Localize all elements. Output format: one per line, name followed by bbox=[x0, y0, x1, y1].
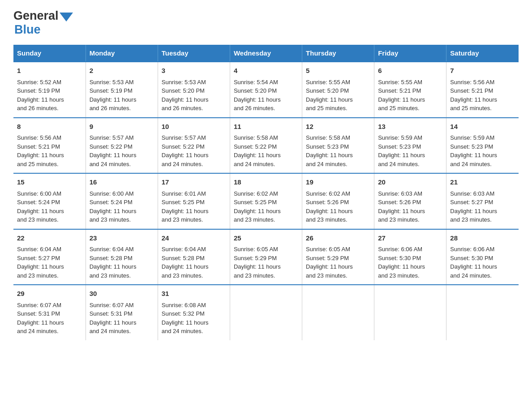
day-number: 8 bbox=[17, 122, 82, 132]
calendar-cell: 3Sunrise: 5:53 AMSunset: 5:20 PMDaylight… bbox=[158, 62, 230, 118]
daylight-text: Daylight: 11 hours bbox=[378, 152, 425, 158]
calendar-cell: 1Sunrise: 5:52 AMSunset: 5:19 PMDaylight… bbox=[13, 62, 86, 118]
calendar-cell bbox=[374, 285, 446, 340]
daylight-minutes: and 23 minutes. bbox=[234, 272, 275, 279]
daylight-text: Daylight: 11 hours bbox=[378, 208, 425, 214]
calendar-cell: 15Sunrise: 6:00 AMSunset: 5:24 PMDayligh… bbox=[13, 173, 86, 229]
sunrise-text: Sunrise: 5:58 AM bbox=[306, 134, 350, 141]
weekday-header-saturday: Saturday bbox=[446, 45, 519, 62]
calendar-cell: 31Sunrise: 6:08 AMSunset: 5:32 PMDayligh… bbox=[158, 285, 230, 340]
daylight-text: Daylight: 11 hours bbox=[378, 96, 425, 103]
day-number: 20 bbox=[378, 177, 442, 188]
daylight-text: Daylight: 11 hours bbox=[17, 96, 64, 103]
sunset-text: Sunset: 5:21 PM bbox=[17, 143, 60, 150]
daylight-text: Daylight: 11 hours bbox=[306, 96, 353, 103]
weekday-header-wednesday: Wednesday bbox=[230, 45, 302, 62]
sunset-text: Sunset: 5:30 PM bbox=[378, 255, 421, 261]
daylight-minutes: and 23 minutes. bbox=[378, 272, 420, 279]
daylight-text: Daylight: 11 hours bbox=[17, 152, 64, 158]
day-number: 30 bbox=[90, 289, 154, 299]
daylight-text: Daylight: 11 hours bbox=[17, 208, 64, 214]
calendar-cell: 23Sunrise: 6:04 AMSunset: 5:28 PMDayligh… bbox=[86, 229, 158, 285]
sunset-text: Sunset: 5:29 PM bbox=[306, 255, 349, 261]
daylight-minutes: and 23 minutes. bbox=[17, 216, 59, 223]
daylight-minutes: and 24 minutes. bbox=[90, 328, 131, 334]
sunrise-text: Sunrise: 6:07 AM bbox=[17, 302, 61, 308]
calendar-cell: 9Sunrise: 5:57 AMSunset: 5:22 PMDaylight… bbox=[86, 118, 158, 174]
daylight-minutes: and 23 minutes. bbox=[306, 216, 348, 223]
sunset-text: Sunset: 5:22 PM bbox=[162, 143, 205, 150]
sunset-text: Sunset: 5:25 PM bbox=[234, 199, 277, 206]
calendar-cell: 22Sunrise: 6:04 AMSunset: 5:27 PMDayligh… bbox=[13, 229, 86, 285]
weekday-header-thursday: Thursday bbox=[302, 45, 374, 62]
daylight-text: Daylight: 11 hours bbox=[450, 152, 497, 158]
daylight-text: Daylight: 11 hours bbox=[17, 319, 64, 326]
calendar-cell: 5Sunrise: 5:55 AMSunset: 5:20 PMDaylight… bbox=[302, 62, 374, 118]
daylight-minutes: and 24 minutes. bbox=[234, 161, 275, 167]
day-number: 14 bbox=[450, 122, 515, 132]
sunrise-text: Sunrise: 5:55 AM bbox=[306, 79, 350, 86]
daylight-minutes: and 25 minutes. bbox=[378, 105, 420, 111]
daylight-text: Daylight: 11 hours bbox=[90, 263, 137, 270]
day-number: 29 bbox=[17, 289, 82, 299]
daylight-text: Daylight: 11 hours bbox=[162, 263, 209, 270]
daylight-text: Daylight: 11 hours bbox=[306, 208, 353, 214]
daylight-minutes: and 23 minutes. bbox=[450, 216, 492, 223]
daylight-text: Daylight: 11 hours bbox=[378, 263, 425, 270]
sunrise-text: Sunrise: 6:03 AM bbox=[450, 190, 494, 197]
daylight-text: Daylight: 11 hours bbox=[234, 263, 281, 270]
calendar-week-row: 8Sunrise: 5:56 AMSunset: 5:21 PMDaylight… bbox=[13, 118, 519, 174]
calendar-cell: 30Sunrise: 6:07 AMSunset: 5:31 PMDayligh… bbox=[86, 285, 158, 340]
daylight-minutes: and 24 minutes. bbox=[162, 328, 203, 334]
daylight-minutes: and 23 minutes. bbox=[90, 216, 131, 223]
calendar-week-row: 15Sunrise: 6:00 AMSunset: 5:24 PMDayligh… bbox=[13, 173, 519, 229]
daylight-minutes: and 26 minutes. bbox=[162, 105, 203, 111]
daylight-text: Daylight: 11 hours bbox=[90, 96, 137, 103]
daylight-minutes: and 23 minutes. bbox=[162, 272, 203, 279]
calendar-cell: 4Sunrise: 5:54 AMSunset: 5:20 PMDaylight… bbox=[230, 62, 302, 118]
daylight-minutes: and 26 minutes. bbox=[234, 105, 275, 111]
sunrise-text: Sunrise: 6:00 AM bbox=[90, 190, 134, 197]
sunset-text: Sunset: 5:29 PM bbox=[234, 255, 277, 261]
daylight-minutes: and 24 minutes. bbox=[90, 161, 131, 167]
sunset-text: Sunset: 5:27 PM bbox=[450, 199, 493, 206]
sunrise-text: Sunrise: 5:53 AM bbox=[90, 79, 134, 86]
sunset-text: Sunset: 5:25 PM bbox=[162, 199, 205, 206]
sunset-text: Sunset: 5:19 PM bbox=[17, 87, 60, 94]
calendar-cell bbox=[230, 285, 302, 340]
sunrise-text: Sunrise: 5:55 AM bbox=[378, 79, 422, 86]
weekday-header-tuesday: Tuesday bbox=[158, 45, 230, 62]
daylight-text: Daylight: 11 hours bbox=[450, 263, 497, 270]
sunrise-text: Sunrise: 6:04 AM bbox=[90, 246, 134, 253]
day-number: 16 bbox=[90, 177, 154, 188]
sunrise-text: Sunrise: 6:05 AM bbox=[306, 246, 350, 253]
calendar-week-row: 22Sunrise: 6:04 AMSunset: 5:27 PMDayligh… bbox=[13, 229, 519, 285]
sunset-text: Sunset: 5:21 PM bbox=[450, 87, 493, 94]
sunrise-text: Sunrise: 6:08 AM bbox=[162, 302, 206, 308]
sunrise-text: Sunrise: 6:02 AM bbox=[234, 190, 278, 197]
calendar-cell: 14Sunrise: 5:59 AMSunset: 5:23 PMDayligh… bbox=[446, 118, 519, 174]
day-number: 17 bbox=[162, 177, 226, 188]
daylight-text: Daylight: 11 hours bbox=[450, 208, 497, 214]
daylight-text: Daylight: 11 hours bbox=[234, 152, 281, 158]
daylight-minutes: and 24 minutes. bbox=[17, 328, 59, 334]
sunrise-text: Sunrise: 6:02 AM bbox=[306, 190, 350, 197]
day-number: 31 bbox=[162, 289, 226, 299]
weekday-header-sunday: Sunday bbox=[13, 45, 86, 62]
sunset-text: Sunset: 5:23 PM bbox=[306, 143, 349, 150]
sunrise-text: Sunrise: 6:03 AM bbox=[378, 190, 422, 197]
day-number: 1 bbox=[17, 66, 82, 76]
day-number: 22 bbox=[17, 233, 82, 244]
daylight-text: Daylight: 11 hours bbox=[234, 208, 281, 214]
calendar-week-row: 29Sunrise: 6:07 AMSunset: 5:31 PMDayligh… bbox=[13, 285, 519, 340]
daylight-text: Daylight: 11 hours bbox=[162, 208, 209, 214]
sunrise-text: Sunrise: 6:01 AM bbox=[162, 190, 206, 197]
sunrise-text: Sunrise: 5:57 AM bbox=[162, 134, 206, 141]
page-header: General Blue bbox=[13, 9, 519, 37]
sunrise-text: Sunrise: 6:06 AM bbox=[450, 246, 494, 253]
daylight-text: Daylight: 11 hours bbox=[162, 319, 209, 326]
day-number: 25 bbox=[234, 233, 298, 244]
calendar-cell: 13Sunrise: 5:59 AMSunset: 5:23 PMDayligh… bbox=[374, 118, 446, 174]
calendar-cell bbox=[446, 285, 519, 340]
calendar-cell: 16Sunrise: 6:00 AMSunset: 5:24 PMDayligh… bbox=[86, 173, 158, 229]
